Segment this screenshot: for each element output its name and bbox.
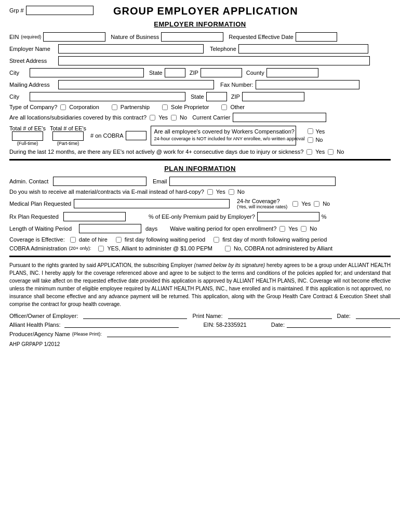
partnership-checkbox[interactable] [112, 104, 117, 110]
please-print-label: (Please Print): [72, 331, 102, 337]
rx-plan-label: Rx Plan Requested [9, 214, 61, 220]
email-no-checkbox[interactable] [229, 189, 234, 195]
print-name-line[interactable] [228, 312, 332, 319]
current-carrier-label: Current Carrier [192, 114, 230, 121]
cobra-admin-label: COBRA Administration [9, 245, 67, 251]
rx-plan-input[interactable] [63, 212, 126, 221]
cobra-no-label: No, COBRA not administered by Alliant [234, 245, 332, 251]
alliant-label: Alliant Health Plans: [9, 322, 60, 328]
producer-label: Producer/Agency Name [9, 331, 70, 337]
sole-proprietor-label: Sole Proprietor [171, 104, 209, 110]
date-of-hire-checkbox[interactable] [70, 237, 76, 243]
current-carrier-input[interactable] [233, 113, 326, 122]
legal-text: Pursuant to the rights granted by said A… [9, 261, 391, 308]
workers-comp-box: Are all employee's covered by Workers Co… [151, 126, 296, 146]
cobra-yes-checkbox[interactable] [98, 246, 104, 251]
nature-of-business-label: Nature of Business [111, 34, 159, 40]
grp-input[interactable] [26, 6, 94, 15]
during-12-yes-checkbox[interactable] [306, 149, 312, 155]
on-cobra-input[interactable] [126, 131, 146, 140]
street-address-input[interactable] [58, 56, 370, 65]
workers-comp-note: 24-hour coverage is NOT included for ANY… [154, 136, 305, 141]
coverage-24-yes-label: Yes [301, 201, 311, 207]
coverage-24-no-checkbox[interactable] [314, 201, 319, 207]
requested-effective-date-label: Requested Effective Date [229, 34, 294, 40]
all-locations-label: Are all locations/subsidiaries covered b… [9, 114, 146, 121]
zip-input[interactable] [201, 68, 242, 77]
corporation-checkbox[interactable] [60, 104, 66, 110]
part-time-label: (Part-time) [57, 141, 79, 146]
city-input[interactable] [30, 68, 144, 77]
date-label: Date: [337, 313, 351, 319]
section-divider [9, 159, 391, 161]
percent-sign: % [322, 214, 327, 220]
county-label: County [246, 70, 264, 76]
officer-label: Officer/Owner of Employer: [9, 313, 78, 319]
producer-line[interactable] [107, 330, 391, 337]
other-checkbox[interactable] [221, 104, 227, 110]
first-day-month-checkbox[interactable] [214, 237, 219, 243]
email-material-label: Do you wish to receive all material/cont… [9, 189, 204, 195]
admin-contact-label: Admin. Contact [9, 178, 51, 184]
city-label: City [9, 70, 28, 76]
date2-line[interactable] [287, 321, 391, 328]
date-line[interactable] [356, 312, 400, 319]
county-input[interactable] [266, 68, 318, 77]
cobra-yes-label: YES, Alliant to administer @ $1.00 PEPM [107, 245, 212, 251]
city2-input[interactable] [30, 92, 185, 101]
during-12-no-label: No [337, 149, 344, 155]
during-last-12-label: During the last 12 months, are there any… [9, 149, 303, 155]
waiting-period-input[interactable] [79, 224, 141, 233]
waiting-period-label: Length of Waiting Period [9, 225, 77, 232]
workers-comp-label: Are all employee's covered by Workers Co… [154, 128, 295, 135]
alliant-signature-line[interactable] [64, 321, 179, 328]
telephone-input[interactable] [238, 44, 368, 54]
employer-name-input[interactable] [58, 44, 204, 54]
total-ee-full-input[interactable] [12, 131, 43, 141]
street-address-label: Street Address [9, 58, 56, 64]
state-input[interactable] [165, 68, 185, 77]
cobra-no-checkbox[interactable] [225, 246, 231, 251]
first-day-month-label: first day of month following waiting per… [222, 236, 327, 243]
workers-comp-yes-label: Yes [315, 128, 325, 135]
officer-signature-line[interactable] [83, 312, 187, 319]
grp-label: Grp # [9, 7, 24, 14]
all-locations-no-checkbox[interactable] [171, 115, 177, 121]
requested-effective-date-input[interactable] [296, 32, 337, 42]
email-yes-checkbox[interactable] [207, 189, 213, 195]
all-locations-yes-checkbox[interactable] [150, 115, 155, 121]
workers-comp-no-label: No [315, 136, 323, 143]
ein-input[interactable] [43, 32, 105, 42]
email-label: Email [153, 178, 167, 184]
workers-comp-yes-checkbox[interactable] [308, 128, 313, 134]
all-locations-no-label: No [180, 114, 187, 121]
corporation-label: Corporation [69, 104, 99, 110]
first-day-waiting-checkbox[interactable] [116, 237, 122, 243]
waive-yes-checkbox[interactable] [279, 226, 285, 232]
during-12-no-checkbox[interactable] [328, 149, 334, 155]
coverage-24-note: (Yes, will increase rates) [237, 204, 287, 209]
coverage-24-label: 24-hr Coverage? [237, 198, 287, 204]
admin-contact-input[interactable] [53, 177, 146, 186]
total-ee-part-label: Total # of EE's [50, 125, 86, 131]
total-ee-part-input[interactable] [52, 131, 84, 141]
medical-plan-input[interactable] [74, 199, 230, 208]
first-day-waiting-label: first day following waiting period [125, 236, 205, 243]
email-input[interactable] [169, 177, 336, 186]
email-no-label: No [237, 189, 245, 195]
fax-number-input[interactable] [256, 80, 359, 89]
workers-comp-no-checkbox[interactable] [308, 137, 313, 143]
sole-proprietor-checkbox[interactable] [162, 104, 168, 110]
date2-label: Date: [271, 322, 285, 328]
zip2-input[interactable] [242, 92, 304, 101]
state2-input[interactable] [206, 92, 227, 101]
telephone-label: Telephone [210, 46, 236, 52]
nature-of-business-input[interactable] [161, 32, 223, 42]
state2-label: State [191, 94, 204, 100]
days-label: days [145, 225, 157, 232]
coverage-24-yes-checkbox[interactable] [292, 201, 298, 207]
waive-no-checkbox[interactable] [301, 226, 306, 232]
ee-only-premium-input[interactable] [257, 212, 319, 221]
full-time-label: (Full-time) [17, 141, 38, 146]
mailing-address-input[interactable] [58, 80, 214, 89]
